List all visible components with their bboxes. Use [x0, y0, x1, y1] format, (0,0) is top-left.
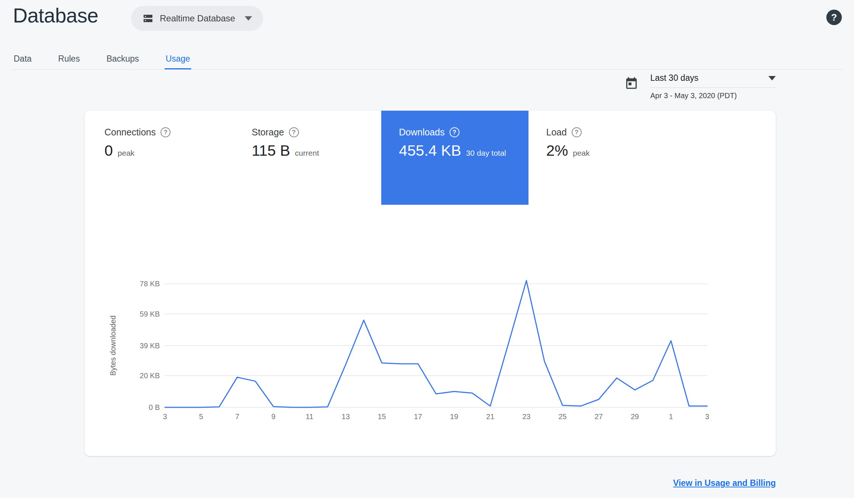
svg-text:3: 3 — [705, 412, 709, 421]
svg-text:5: 5 — [199, 412, 203, 421]
metric-unit: current — [295, 149, 319, 158]
question-circle-icon[interactable]: ? — [572, 127, 582, 137]
metric-label: Load — [546, 127, 567, 138]
metric-unit: 30 day total — [466, 149, 506, 158]
page-title: Database — [13, 4, 98, 27]
metric-label: Storage — [252, 127, 284, 138]
tab-bar: Data Rules Backups Usage — [13, 49, 191, 70]
svg-text:0 B: 0 B — [149, 403, 160, 411]
metric-value: 115 B — [252, 142, 290, 159]
bottom-strip — [0, 498, 854, 504]
tab-backups[interactable]: Backups — [105, 49, 140, 70]
help-glyph: ? — [831, 12, 837, 23]
svg-text:59 KB: 59 KB — [140, 310, 160, 318]
help-icon[interactable]: ? — [826, 10, 842, 25]
calendar-icon — [624, 76, 638, 90]
question-circle-icon[interactable]: ? — [161, 127, 171, 137]
metric-tiles: Connections ? 0 peak Storage ? 115 B cur… — [87, 111, 676, 205]
svg-text:19: 19 — [450, 412, 458, 421]
svg-text:17: 17 — [414, 412, 422, 421]
svg-text:3: 3 — [163, 412, 167, 421]
date-range-label: Last 30 days — [650, 73, 698, 83]
svg-text:13: 13 — [342, 412, 350, 421]
database-icon — [142, 13, 154, 24]
metric-downloads[interactable]: Downloads ? 455.4 KB 30 day total — [381, 111, 528, 205]
date-range-dropdown: Last 30 days Apr 3 - May 3, 2020 (PDT) — [650, 73, 776, 100]
metric-unit: peak — [118, 149, 135, 158]
metric-storage[interactable]: Storage ? 115 B current — [234, 111, 381, 205]
svg-text:25: 25 — [558, 412, 567, 421]
svg-text:1: 1 — [669, 412, 673, 421]
tabs-divider — [11, 69, 843, 70]
metric-value: 0 — [104, 142, 113, 159]
metric-label: Downloads — [399, 127, 445, 138]
database-selector-dropdown[interactable]: Realtime Database — [131, 6, 263, 31]
svg-text:11: 11 — [306, 412, 313, 421]
database-selector-label: Realtime Database — [160, 13, 235, 24]
usage-card: 0 B20 KB39 KB59 KB78 KB35791113151719212… — [85, 111, 776, 456]
svg-text:7: 7 — [235, 412, 239, 421]
svg-text:78 KB: 78 KB — [140, 280, 160, 288]
metric-label: Connections — [104, 127, 156, 138]
svg-text:Bytes downloaded: Bytes downloaded — [109, 315, 117, 376]
chevron-down-icon — [768, 76, 776, 80]
svg-text:29: 29 — [631, 412, 639, 421]
metric-value: 455.4 KB — [399, 142, 461, 159]
view-usage-billing-link[interactable]: View in Usage and Billing — [673, 478, 776, 488]
svg-text:23: 23 — [522, 412, 530, 421]
chevron-down-icon — [245, 16, 252, 21]
date-range-selector[interactable]: Last 30 days Apr 3 - May 3, 2020 (PDT) — [624, 73, 776, 100]
metric-unit: peak — [573, 149, 590, 158]
question-circle-icon[interactable]: ? — [289, 127, 299, 137]
tab-rules[interactable]: Rules — [57, 49, 81, 70]
svg-text:21: 21 — [486, 412, 494, 421]
svg-text:39 KB: 39 KB — [140, 342, 160, 350]
metric-load[interactable]: Load ? 2% peak — [528, 111, 676, 205]
metric-value: 2% — [546, 142, 568, 159]
svg-text:15: 15 — [378, 412, 386, 421]
svg-text:20 KB: 20 KB — [140, 372, 160, 380]
svg-text:9: 9 — [271, 412, 275, 421]
tab-data[interactable]: Data — [13, 49, 33, 70]
tab-usage[interactable]: Usage — [165, 49, 191, 70]
date-range-dates: Apr 3 - May 3, 2020 (PDT) — [650, 92, 776, 100]
metric-connections[interactable]: Connections ? 0 peak — [87, 111, 234, 205]
question-circle-icon[interactable]: ? — [450, 127, 459, 137]
svg-text:27: 27 — [595, 412, 603, 421]
